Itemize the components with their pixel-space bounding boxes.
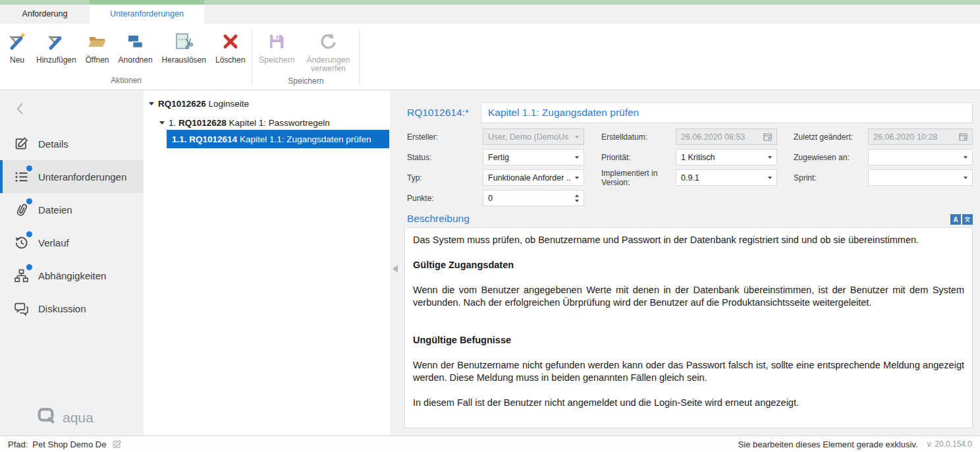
status-label: Status:	[407, 153, 481, 162]
tab-anforderung[interactable]: Anforderung	[0, 5, 90, 24]
hinzufuegen-label: Hinzufügen	[36, 56, 76, 65]
add-requirement-icon	[46, 32, 66, 54]
beschreibung-editor[interactable]: Das System muss prüfen, ob Benutzername …	[404, 227, 973, 428]
description-paragraph: Wenn die vom Benutzer angegebenen Werte …	[413, 284, 964, 309]
speichern-button[interactable]: Speichern	[254, 28, 299, 66]
status-dropdown[interactable]: Fertig	[483, 149, 584, 165]
herausloesen-label: Herauslösen	[162, 56, 206, 65]
tree-item-title: Kapitel 1: Passwortregeln	[229, 118, 330, 128]
tree-item-prefix: 1.	[169, 118, 176, 128]
tree-expander-icon[interactable]	[149, 102, 154, 105]
sidebar-item-verlauf[interactable]: Verlauf	[0, 226, 144, 259]
ribbon-separator	[359, 29, 360, 86]
tree-item-prefix: 1.1.	[172, 134, 187, 144]
aqua-logo: aqua	[37, 407, 94, 428]
typ-label: Typ:	[407, 173, 481, 183]
active-tab-accent-bar	[90, 0, 204, 5]
requirement-form: RQ1012614:* Ersteller: User, Demo (DemoU…	[402, 90, 980, 436]
description-heading-ungueltige: Ungültige Befugnisse	[413, 334, 964, 347]
description-paragraph: In diesem Fall ist der Benutzer nicht an…	[413, 397, 964, 409]
aenderungen-verwerfen-button[interactable]: Änderungen verwerfen	[299, 28, 357, 74]
ribbon-group-aktionen: Neu Hinzufügen	[3, 24, 250, 90]
ersteller-dropdown[interactable]: User, Demo (DemoUs ...	[483, 128, 584, 145]
sidebar-collapse-button[interactable]	[12, 99, 30, 118]
list-icon	[13, 169, 30, 185]
sidebar-item-unteranforderungen[interactable]: Unteranforderungen	[0, 160, 144, 193]
neu-button[interactable]: Neu	[3, 28, 32, 66]
description-heading-gueltige: Gültige Zugangsdaten	[413, 259, 964, 271]
edit-icon	[13, 136, 30, 152]
chevron-down-icon	[575, 177, 579, 179]
translate-char-icon	[962, 214, 973, 225]
loeschen-button[interactable]: Löschen	[211, 28, 250, 66]
stepper-arrows[interactable]	[575, 194, 579, 202]
anordnen-label: Anordnen	[119, 56, 153, 65]
tab-unteranforderungen[interactable]: Unteranforderungen	[90, 5, 204, 24]
punkte-value: 0	[488, 194, 575, 203]
edit-path-icon[interactable]	[111, 439, 122, 450]
chevron-down-icon	[575, 156, 579, 159]
punkte-stepper[interactable]: 0	[483, 190, 584, 206]
ersteller-label: Ersteller:	[407, 132, 481, 142]
stepper-up-icon[interactable]	[575, 194, 579, 197]
sprint-dropdown[interactable]	[868, 169, 973, 186]
panel-splitter[interactable]	[390, 90, 402, 436]
typ-dropdown[interactable]: Funktionale Anforder ...	[483, 169, 584, 186]
stepper-down-icon[interactable]	[575, 200, 579, 202]
notification-dot	[26, 231, 32, 237]
tree-item-rq1012628[interactable]: 1. RQ1012628 Kapitel 1: Passwortregeln	[159, 115, 330, 130]
zuletzt-geaendert-label: Zuletzt geändert:	[794, 132, 867, 142]
oeffnen-button[interactable]: Öffnen	[81, 28, 114, 66]
sidebar-item-abhaengigkeiten[interactable]: Abhängigkeiten	[0, 259, 144, 292]
sidebar-item-label: Details	[38, 138, 68, 150]
splitter-collapse-icon[interactable]	[393, 265, 398, 273]
calendar-icon	[959, 132, 967, 141]
tree-item-title: Loginseite	[209, 99, 250, 109]
sidebar-item-details[interactable]: Details	[0, 127, 144, 160]
chevron-down-icon	[575, 136, 579, 138]
implementiert-label: Implementiert in Version:	[601, 169, 675, 187]
sidebar-item-dateien[interactable]: Dateien	[0, 193, 144, 226]
discard-undo-icon	[318, 32, 338, 54]
zugewiesen-an-dropdown[interactable]	[868, 149, 973, 165]
erstelldatum-field[interactable]: 26.06.2020 08:53	[676, 128, 777, 145]
tree-item-id: RQ1012614	[189, 134, 237, 144]
tree-item-title: Kapitel 1.1: Zugangsdaten prüfen	[240, 134, 371, 144]
open-folder-icon	[88, 32, 107, 54]
detach-scissors-icon	[174, 32, 194, 54]
prioritaet-dropdown[interactable]: 1 Kritisch	[676, 149, 777, 165]
sidebar-item-label: Abhängigkeiten	[38, 270, 106, 281]
herausloesen-button[interactable]: Herauslösen	[157, 28, 211, 66]
save-floppy-icon	[267, 32, 286, 54]
tree-item-rq1012614-selected[interactable]: 1.1. RQ1012614 Kapitel 1.1: Zugangsdaten…	[167, 130, 389, 148]
tree-item-rq1012626[interactable]: RQ1012626 Loginseite	[149, 96, 249, 111]
speichern-label: Speichern	[259, 56, 294, 65]
hinzufuegen-button[interactable]: Hinzufügen	[32, 28, 81, 66]
requirement-id-label: RQ1012614:*	[407, 102, 469, 123]
chevron-down-icon	[768, 177, 772, 179]
tree-expander-icon[interactable]	[159, 121, 165, 125]
implementiert-dropdown[interactable]: 0.9.1	[676, 169, 777, 186]
status-value: Fertig	[488, 153, 571, 162]
erstelldatum-value: 26.06.2020 08:53	[681, 132, 759, 142]
title-input[interactable]	[481, 102, 973, 123]
loeschen-label: Löschen	[215, 56, 245, 65]
ribbon: Neu Hinzufügen	[0, 24, 980, 90]
sprint-label: Sprint:	[794, 173, 867, 183]
zuletzt-geaendert-field[interactable]: 26.06.2020 10:28	[868, 128, 973, 145]
translate-button[interactable]: A	[950, 214, 973, 225]
ribbon-group-speichern: Speichern Änderungen verwerfen Speichern	[254, 24, 357, 90]
oeffnen-label: Öffnen	[86, 56, 109, 65]
notification-dot	[26, 264, 32, 270]
description-paragraph: Wenn der Benutzername nicht gefunden wer…	[413, 359, 964, 384]
hierarchy-icon	[13, 268, 30, 284]
aqua-logo-text: aqua	[63, 410, 94, 426]
typ-value: Funktionale Anforder ...	[488, 173, 571, 183]
chat-icon	[13, 300, 30, 317]
sidebar-item-diskussion[interactable]: Diskussion	[0, 292, 144, 325]
history-icon	[13, 235, 30, 251]
ribbon-separator	[252, 29, 252, 86]
ribbon-tabstrip: Anforderung Unteranforderungen	[0, 0, 980, 24]
sidebar-item-label: Verlauf	[38, 237, 69, 248]
anordnen-button[interactable]: Anordnen	[114, 28, 157, 66]
